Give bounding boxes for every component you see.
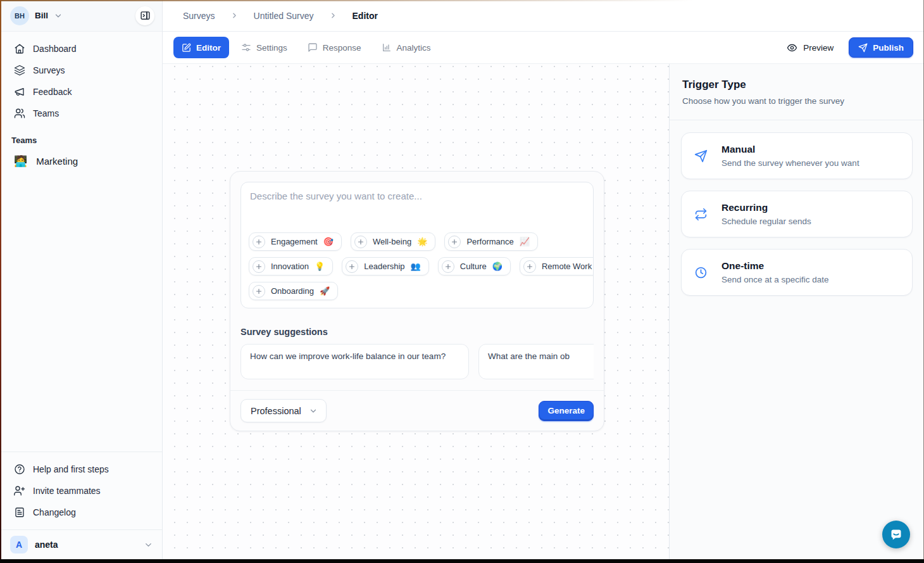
toolbar-actions: Preview Publish (780, 37, 913, 58)
tab-label: Response (323, 43, 361, 53)
help-circle-icon (14, 464, 25, 475)
sidebar-item-help[interactable]: Help and first steps (8, 459, 154, 480)
sidebar-item-feedback[interactable]: Feedback (8, 81, 154, 103)
chat-launcher-button[interactable] (882, 521, 910, 548)
bar-chart-icon (382, 42, 392, 53)
plus-icon (448, 236, 461, 248)
sidebar-item-label: Feedback (33, 87, 72, 97)
plus-icon (346, 260, 358, 273)
trigger-option-one-time[interactable]: One-time Send once at a specific date (681, 249, 913, 296)
sliders-icon (241, 42, 251, 53)
breadcrumb-item-current: Editor (353, 11, 378, 21)
trigger-option-text: Recurring Schedule regular sends (721, 202, 811, 226)
suggestion-card[interactable]: How can we improve work-life balance in … (240, 344, 469, 379)
topic-chip-well-being[interactable]: Well-being 🌟 (351, 232, 435, 251)
suggestion-card[interactable]: What are the main ob (478, 344, 594, 379)
tab-response[interactable]: Response (299, 37, 370, 58)
workspace-name: Bill (35, 11, 48, 20)
sidebar-footer-nav: Help and first steps Invite teammates Ch… (0, 452, 162, 523)
eye-icon (787, 42, 797, 53)
sidebar-item-label: Teams (33, 108, 59, 118)
send-icon (694, 149, 708, 163)
bulb-emoji-icon: 💡 (315, 262, 325, 271)
plus-icon (253, 236, 265, 248)
topic-chip-engagement[interactable]: Engagement 🎯 (249, 232, 342, 251)
breadcrumb-item-surveys[interactable]: Surveys (183, 11, 215, 21)
tab-settings[interactable]: Settings (233, 37, 296, 58)
survey-description-input[interactable] (241, 182, 593, 232)
tone-select-value: Professional (251, 406, 301, 416)
trigger-option-recurring[interactable]: Recurring Schedule regular sends (681, 191, 913, 237)
user-avatar: A (10, 536, 28, 554)
plus-icon (354, 236, 367, 248)
star-emoji-icon: 🌟 (417, 237, 427, 246)
message-square-icon (308, 42, 318, 53)
topic-chip-innovation[interactable]: Innovation 💡 (249, 257, 333, 275)
chip-label: Engagement (271, 237, 318, 246)
panel-collapse-icon (140, 10, 151, 21)
changelog-icon (14, 507, 25, 518)
chip-label: Remote Work (542, 262, 592, 271)
generate-button[interactable]: Generate (539, 401, 594, 421)
busts-emoji-icon: 👥 (411, 262, 421, 271)
chip-row: Innovation 💡 Leadership 👥 (249, 257, 585, 275)
send-icon (858, 43, 868, 53)
suggestions-row: How can we improve work-life balance in … (240, 344, 594, 379)
sidebar-item-team-marketing[interactable]: 🧑‍💻 Marketing (8, 149, 154, 173)
topic-chip-onboarding[interactable]: Onboarding 🚀 (249, 282, 338, 300)
trigger-option-title: Recurring (721, 202, 811, 213)
teams-section-title: Teams (8, 124, 154, 149)
globe-emoji-icon: 🌍 (492, 262, 503, 271)
editor-tabs: Editor Settings Response (173, 37, 439, 58)
chevron-down-icon (309, 407, 318, 415)
topic-chip-performance[interactable]: Performance 📈 (444, 232, 538, 251)
chevron-down-icon (144, 540, 153, 550)
sidebar-item-invite[interactable]: Invite teammates (8, 480, 154, 502)
tab-label: Settings (256, 43, 287, 53)
trigger-option-text: One-time Send once at a specific date (721, 260, 829, 284)
chip-label: Onboarding (271, 286, 314, 296)
editor-toolbar: Editor Settings Response (163, 32, 924, 64)
publish-label: Publish (873, 43, 904, 53)
layers-icon (14, 65, 25, 76)
builder-footer: Professional Generate (230, 390, 604, 431)
preview-button[interactable]: Preview (780, 39, 840, 57)
chip-label: Culture (460, 262, 487, 271)
chip-label: Leadership (364, 262, 404, 271)
sidebar-nav: Dashboard Surveys Feedback Teams (0, 32, 162, 173)
publish-button[interactable]: Publish (849, 37, 913, 58)
topic-chip-remote-work[interactable]: Remote Work 🏠 (520, 257, 594, 275)
app-root: BH Bill Dashboard Surv (0, 0, 924, 559)
survey-canvas[interactable]: Engagement 🎯 Well-being 🌟 (163, 64, 669, 559)
chip-row: Engagement 🎯 Well-being 🌟 (249, 232, 585, 251)
user-menu[interactable]: A aneta (0, 529, 162, 559)
topic-chips: Engagement 🎯 Well-being 🌟 (241, 232, 593, 308)
users-icon (14, 108, 25, 119)
trigger-panel: Trigger Type Choose how you want to trig… (669, 64, 924, 559)
workspace-switcher[interactable]: BH Bill (0, 0, 162, 32)
main-area: Surveys Untitled Survey Editor Editor (163, 0, 924, 559)
clock-icon (694, 266, 708, 279)
breadcrumb-item-survey-name[interactable]: Untitled Survey (254, 11, 314, 21)
sidebar-item-teams[interactable]: Teams (8, 103, 154, 124)
sidebar-item-changelog[interactable]: Changelog (8, 502, 154, 523)
trigger-options: Manual Send the survey whenever you want… (670, 120, 924, 308)
sidebar-item-dashboard[interactable]: Dashboard (8, 38, 154, 60)
repeat-icon (694, 208, 708, 221)
screenshot-edge-bottom (0, 559, 924, 563)
sidebar-item-label: Invite teammates (33, 486, 101, 496)
sidebar-item-surveys[interactable]: Surveys (8, 60, 154, 81)
rocket-emoji-icon: 🚀 (320, 286, 330, 296)
trigger-panel-title: Trigger Type (682, 79, 911, 91)
trigger-option-description: Send the survey whenever you want (721, 158, 859, 168)
tone-select[interactable]: Professional (240, 399, 327, 422)
topic-chip-culture[interactable]: Culture 🌍 (438, 257, 511, 275)
sidebar-item-label: Help and first steps (33, 464, 109, 474)
topic-chip-leadership[interactable]: Leadership 👥 (342, 257, 429, 275)
tab-editor[interactable]: Editor (173, 37, 229, 58)
chip-label: Well-being (373, 237, 411, 246)
sidebar-collapse-button[interactable] (135, 6, 154, 25)
trigger-option-manual[interactable]: Manual Send the survey whenever you want (681, 132, 913, 179)
tab-analytics[interactable]: Analytics (373, 37, 439, 58)
chip-label: Innovation (271, 262, 309, 271)
